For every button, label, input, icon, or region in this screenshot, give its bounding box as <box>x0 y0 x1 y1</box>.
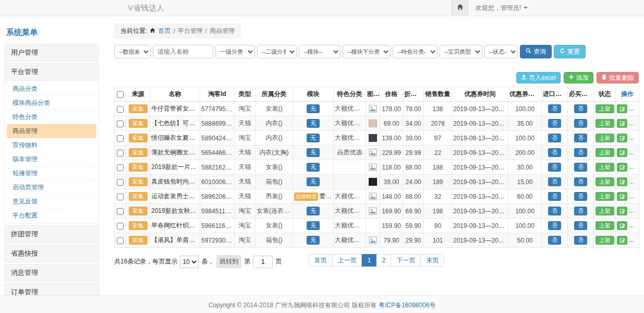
module-none-badge[interactable]: 无 <box>307 119 320 128</box>
status-toggle[interactable]: 上架 <box>596 192 614 201</box>
user-menu[interactable]: 欢迎您，管理员! <box>476 4 528 13</box>
status-toggle[interactable]: 上架 <box>596 104 614 113</box>
import-choice-toggle[interactable]: 否 <box>548 236 561 245</box>
filter-level1-select[interactable]: 一级分类 <box>215 45 255 58</box>
breadcrumb-home-link[interactable]: 首页 <box>158 27 171 35</box>
edit-button[interactable] <box>617 221 627 230</box>
submenu-item-3[interactable]: 商品管理 <box>7 124 96 138</box>
submenu-item-6[interactable]: 轮播管理 <box>5 166 99 180</box>
status-toggle[interactable]: 上架 <box>596 134 614 142</box>
row-checkbox[interactable] <box>117 194 124 200</box>
pager-item-0[interactable]: 首页 <box>309 254 333 267</box>
import-choice-toggle[interactable]: 否 <box>548 177 561 186</box>
must-buy-toggle[interactable]: 否 <box>574 104 587 113</box>
filter-item-type-select[interactable]: --宝贝类型-- <box>440 45 482 58</box>
import-excel-button[interactable]: 导入excel <box>516 72 561 83</box>
submenu-item-2[interactable]: 特色分类 <box>5 110 99 124</box>
status-toggle[interactable]: 上架 <box>596 207 614 215</box>
module-none-badge[interactable]: 无 <box>307 236 320 245</box>
status-toggle[interactable]: 上架 <box>596 221 614 230</box>
edit-button[interactable] <box>617 207 627 215</box>
import-choice-toggle[interactable]: 否 <box>548 148 561 157</box>
row-checkbox[interactable] <box>117 164 124 171</box>
sidebar-item-0[interactable]: 用户管理 <box>4 44 99 62</box>
edit-button[interactable] <box>617 134 627 142</box>
import-choice-toggle[interactable]: 否 <box>548 207 561 215</box>
module-none-badge[interactable]: 无 <box>307 148 320 157</box>
import-choice-toggle[interactable]: 否 <box>548 104 561 113</box>
filter-status-select[interactable]: --状态-- <box>484 45 518 58</box>
filter-module-select[interactable]: --模块-- <box>299 45 341 58</box>
status-toggle[interactable]: 上架 <box>596 236 614 245</box>
module-none-badge[interactable]: 无 <box>307 163 320 172</box>
filter-level2-select[interactable]: --二级分类-- <box>257 45 297 58</box>
row-checkbox[interactable] <box>117 179 124 186</box>
must-buy-toggle[interactable]: 否 <box>574 177 587 186</box>
add-button[interactable]: 添加 <box>564 72 593 83</box>
sidebar-item-4[interactable]: 消息管理 <box>4 264 99 282</box>
module-none-badge[interactable]: 无 <box>307 207 320 215</box>
row-checkbox[interactable] <box>117 106 124 113</box>
status-toggle[interactable]: 上架 <box>596 119 614 128</box>
submenu-item-4[interactable]: 宣传物料 <box>5 138 99 152</box>
submenu-item-7[interactable]: 启动页管理 <box>5 180 99 195</box>
row-checkbox[interactable] <box>117 223 124 230</box>
per-page-select[interactable]: 10 <box>180 256 199 268</box>
sidebar-item-2[interactable]: 拼团管理 <box>4 225 99 243</box>
pager-item-4[interactable]: 下一页 <box>391 254 421 267</box>
must-buy-toggle[interactable]: 否 <box>574 236 587 245</box>
row-checkbox[interactable] <box>117 135 124 142</box>
pager-item-2[interactable]: 1 <box>362 254 377 267</box>
jump-button[interactable]: 跳转到 <box>216 255 241 268</box>
must-buy-toggle[interactable]: 否 <box>574 134 587 142</box>
edit-button[interactable] <box>617 104 627 113</box>
submenu-item-5[interactable]: 版本管理 <box>5 152 99 166</box>
row-checkbox[interactable] <box>117 121 124 127</box>
submenu-item-1[interactable]: 模块商品分类 <box>5 96 99 110</box>
pager-item-3[interactable]: 2 <box>376 254 392 267</box>
pager-item-5[interactable]: 末页 <box>420 254 444 267</box>
edit-button[interactable] <box>617 192 627 201</box>
must-buy-toggle[interactable]: 否 <box>574 119 587 128</box>
row-checkbox[interactable] <box>117 208 124 215</box>
sidebar-item-3[interactable]: 省惠快报 <box>4 245 99 262</box>
home-button[interactable] <box>452 0 468 16</box>
submenu-item-0[interactable]: 商品分类 <box>5 82 99 96</box>
status-toggle[interactable]: 上架 <box>596 177 614 186</box>
edit-button[interactable] <box>617 119 627 128</box>
sidebar-item-1[interactable]: 平台管理 <box>4 63 99 81</box>
must-buy-toggle[interactable]: 否 <box>574 163 587 172</box>
filter-name-input[interactable] <box>153 45 213 58</box>
must-buy-toggle[interactable]: 否 <box>574 221 587 230</box>
import-choice-toggle[interactable]: 否 <box>548 119 561 128</box>
import-choice-toggle[interactable]: 否 <box>548 134 561 142</box>
filter-module-sub-select[interactable]: --模块下分类-- <box>343 45 391 58</box>
pager-item-1[interactable]: 上一页 <box>332 254 362 267</box>
row-checkbox[interactable] <box>117 150 124 156</box>
filter-feature-select[interactable]: --特色分类-- <box>393 45 438 58</box>
filter-data-source-select[interactable]: --数据来源-- <box>114 45 151 58</box>
status-toggle[interactable]: 上架 <box>596 148 614 157</box>
import-choice-toggle[interactable]: 否 <box>548 221 561 230</box>
must-buy-toggle[interactable]: 否 <box>574 148 587 157</box>
select-all-checkbox[interactable] <box>117 91 124 98</box>
edit-button[interactable] <box>617 148 627 157</box>
reset-button[interactable]: 重置 <box>554 45 586 58</box>
module-none-badge[interactable]: 无 <box>307 177 320 186</box>
import-choice-toggle[interactable]: 否 <box>548 192 561 201</box>
row-checkbox[interactable] <box>117 237 124 244</box>
status-toggle[interactable]: 上架 <box>596 163 614 172</box>
must-buy-toggle[interactable]: 否 <box>574 192 587 201</box>
must-buy-toggle[interactable]: 否 <box>574 207 587 215</box>
search-button[interactable]: 查询 <box>520 45 552 58</box>
page-number-input[interactable] <box>253 256 273 268</box>
edit-button[interactable] <box>617 177 627 186</box>
edit-button[interactable] <box>617 236 627 245</box>
submenu-item-9[interactable]: 平台配置 <box>5 209 99 222</box>
icp-link[interactable]: 粤ICP备16098006号 <box>379 302 435 309</box>
module-none-badge[interactable]: 无 <box>307 221 320 230</box>
import-choice-toggle[interactable]: 否 <box>548 163 561 172</box>
module-none-badge[interactable]: 无 <box>307 104 320 113</box>
edit-button[interactable] <box>617 163 627 172</box>
submenu-item-8[interactable]: 意见反馈 <box>5 195 99 209</box>
